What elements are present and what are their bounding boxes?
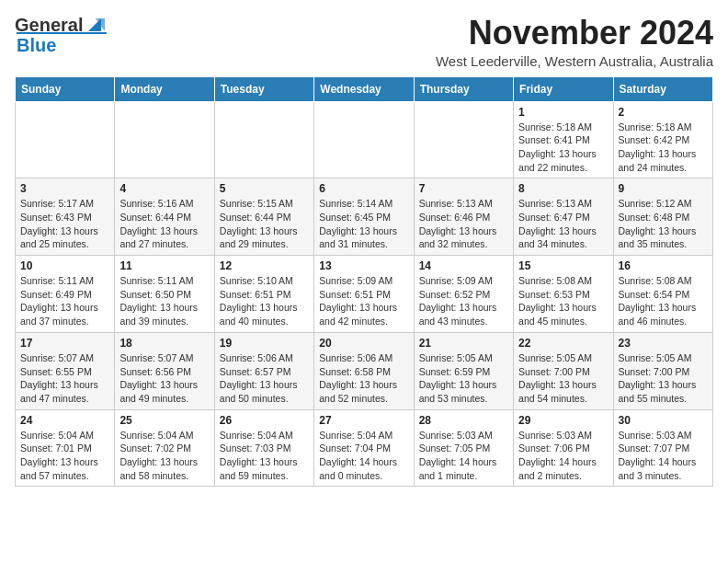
page-container: General Blue November 2024 West Leedervi… [15,15,713,487]
table-row: 3Sunrise: 5:17 AM Sunset: 6:43 PM Daylig… [16,178,115,256]
table-row: 11Sunrise: 5:11 AM Sunset: 6:50 PM Dayli… [115,256,214,333]
day-number: 29 [518,414,608,427]
day-info: Sunrise: 5:11 AM Sunset: 6:50 PM Dayligh… [119,274,209,328]
day-number: 6 [319,182,408,195]
table-row: 25Sunrise: 5:04 AM Sunset: 7:02 PM Dayli… [115,409,214,487]
day-number: 25 [119,414,209,427]
day-info: Sunrise: 5:09 AM Sunset: 6:52 PM Dayligh… [419,274,508,328]
day-number: 4 [119,182,209,195]
day-number: 15 [518,259,608,272]
table-row: 23Sunrise: 5:05 AM Sunset: 7:00 PM Dayli… [613,332,712,409]
table-row: 27Sunrise: 5:04 AM Sunset: 7:04 PM Dayli… [314,409,414,487]
logo: General Blue [15,15,105,56]
table-row: 6Sunrise: 5:14 AM Sunset: 6:45 PM Daylig… [314,178,414,256]
day-info: Sunrise: 5:05 AM Sunset: 7:00 PM Dayligh… [619,351,708,406]
table-row: 24Sunrise: 5:04 AM Sunset: 7:01 PM Dayli… [16,409,115,487]
day-number: 2 [619,106,708,119]
day-number: 18 [119,337,209,350]
day-info: Sunrise: 5:04 AM Sunset: 7:02 PM Dayligh… [119,429,209,483]
table-row: 8Sunrise: 5:13 AM Sunset: 6:47 PM Daylig… [514,178,613,256]
day-number: 30 [619,414,708,427]
day-number: 27 [319,414,408,427]
day-info: Sunrise: 5:13 AM Sunset: 6:46 PM Dayligh… [419,197,508,251]
day-info: Sunrise: 5:18 AM Sunset: 6:41 PM Dayligh… [518,121,608,175]
day-number: 9 [619,182,708,195]
table-row: 28Sunrise: 5:03 AM Sunset: 7:05 PM Dayli… [414,409,513,487]
day-info: Sunrise: 5:14 AM Sunset: 6:45 PM Dayligh… [319,197,408,251]
table-row: 7Sunrise: 5:13 AM Sunset: 6:46 PM Daylig… [414,178,513,256]
day-info: Sunrise: 5:06 AM Sunset: 6:57 PM Dayligh… [220,351,309,406]
day-number: 1 [518,106,608,119]
day-number: 17 [20,337,109,350]
table-row: 17Sunrise: 5:07 AM Sunset: 6:55 PM Dayli… [16,332,115,409]
table-row: 12Sunrise: 5:10 AM Sunset: 6:51 PM Dayli… [214,256,313,333]
day-number: 7 [419,182,508,195]
table-row [414,101,513,178]
day-info: Sunrise: 5:12 AM Sunset: 6:48 PM Dayligh… [619,197,708,251]
day-info: Sunrise: 5:06 AM Sunset: 6:58 PM Dayligh… [319,351,408,406]
day-info: Sunrise: 5:11 AM Sunset: 6:49 PM Dayligh… [20,274,109,328]
table-row: 30Sunrise: 5:03 AM Sunset: 7:07 PM Dayli… [613,409,712,487]
table-row: 19Sunrise: 5:06 AM Sunset: 6:57 PM Dayli… [214,332,313,409]
calendar-table: Sunday Monday Tuesday Wednesday Thursday… [15,76,713,488]
day-number: 26 [220,414,309,427]
header-monday: Monday [115,76,214,101]
header-sunday: Sunday [16,76,115,101]
header: General Blue November 2024 West Leedervi… [15,15,713,69]
header-saturday: Saturday [613,76,712,101]
table-row: 14Sunrise: 5:09 AM Sunset: 6:52 PM Dayli… [414,256,513,333]
table-row: 2Sunrise: 5:18 AM Sunset: 6:42 PM Daylig… [613,101,712,178]
day-info: Sunrise: 5:07 AM Sunset: 6:55 PM Dayligh… [20,351,109,406]
table-row: 9Sunrise: 5:12 AM Sunset: 6:48 PM Daylig… [613,178,712,256]
day-number: 21 [419,337,508,350]
table-row: 22Sunrise: 5:05 AM Sunset: 7:00 PM Dayli… [514,332,613,409]
day-info: Sunrise: 5:13 AM Sunset: 6:47 PM Dayligh… [518,197,608,251]
day-info: Sunrise: 5:09 AM Sunset: 6:51 PM Dayligh… [319,274,408,328]
table-row [16,101,115,178]
header-wednesday: Wednesday [314,76,414,101]
day-info: Sunrise: 5:03 AM Sunset: 7:05 PM Dayligh… [419,429,508,483]
day-info: Sunrise: 5:16 AM Sunset: 6:44 PM Dayligh… [119,197,209,251]
day-info: Sunrise: 5:04 AM Sunset: 7:04 PM Dayligh… [319,429,408,483]
location-subtitle: West Leederville, Western Australia, Aus… [436,53,713,69]
day-info: Sunrise: 5:05 AM Sunset: 6:59 PM Dayligh… [419,351,508,406]
day-info: Sunrise: 5:05 AM Sunset: 7:00 PM Dayligh… [518,351,608,406]
day-number: 20 [319,337,408,350]
logo-blue-text: Blue [17,32,107,56]
table-row: 16Sunrise: 5:08 AM Sunset: 6:54 PM Dayli… [613,256,712,333]
day-info: Sunrise: 5:03 AM Sunset: 7:07 PM Dayligh… [619,429,708,483]
day-number: 13 [319,259,408,272]
table-row: 1Sunrise: 5:18 AM Sunset: 6:41 PM Daylig… [514,101,613,178]
table-row: 10Sunrise: 5:11 AM Sunset: 6:49 PM Dayli… [16,256,115,333]
day-number: 19 [220,337,309,350]
table-row: 15Sunrise: 5:08 AM Sunset: 6:53 PM Dayli… [514,256,613,333]
table-row: 21Sunrise: 5:05 AM Sunset: 6:59 PM Dayli… [414,332,513,409]
table-row: 13Sunrise: 5:09 AM Sunset: 6:51 PM Dayli… [314,256,414,333]
day-number: 3 [20,182,109,195]
day-info: Sunrise: 5:07 AM Sunset: 6:56 PM Dayligh… [119,351,209,406]
table-row: 26Sunrise: 5:04 AM Sunset: 7:03 PM Dayli… [214,409,313,487]
header-thursday: Thursday [414,76,513,101]
day-number: 22 [518,337,608,350]
calendar-header: Sunday Monday Tuesday Wednesday Thursday… [16,76,713,101]
day-info: Sunrise: 5:03 AM Sunset: 7:06 PM Dayligh… [518,429,608,483]
day-info: Sunrise: 5:10 AM Sunset: 6:51 PM Dayligh… [220,274,309,328]
title-block: November 2024 West Leederville, Western … [436,15,713,69]
calendar-week-row: 17Sunrise: 5:07 AM Sunset: 6:55 PM Dayli… [16,332,713,409]
logo-text-block: General Blue [15,15,105,56]
day-info: Sunrise: 5:08 AM Sunset: 6:54 PM Dayligh… [619,274,708,328]
day-number: 10 [20,259,109,272]
table-row: 18Sunrise: 5:07 AM Sunset: 6:56 PM Dayli… [115,332,214,409]
header-tuesday: Tuesday [214,76,313,101]
calendar-body: 1Sunrise: 5:18 AM Sunset: 6:41 PM Daylig… [16,101,713,487]
calendar-week-row: 10Sunrise: 5:11 AM Sunset: 6:49 PM Dayli… [16,256,713,333]
day-number: 16 [619,259,708,272]
day-info: Sunrise: 5:08 AM Sunset: 6:53 PM Dayligh… [518,274,608,328]
header-friday: Friday [514,76,613,101]
table-row: 4Sunrise: 5:16 AM Sunset: 6:44 PM Daylig… [115,178,214,256]
table-row: 29Sunrise: 5:03 AM Sunset: 7:06 PM Dayli… [514,409,613,487]
month-title: November 2024 [436,15,713,52]
day-info: Sunrise: 5:15 AM Sunset: 6:44 PM Dayligh… [220,197,309,251]
day-number: 11 [119,259,209,272]
days-of-week-row: Sunday Monday Tuesday Wednesday Thursday… [16,76,713,101]
